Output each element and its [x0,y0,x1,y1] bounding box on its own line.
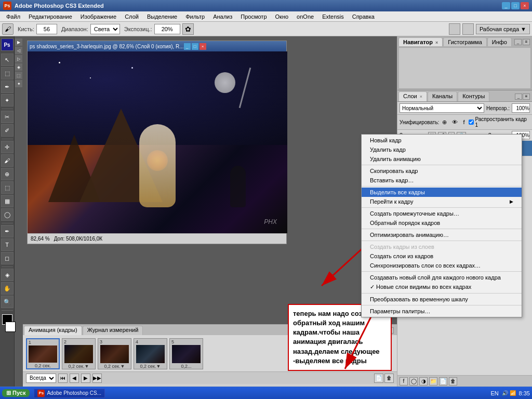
tool-brush[interactable]: 🖌 [1,154,14,167]
tool-heal[interactable]: ✛ [1,141,14,153]
unify-vis-icon[interactable]: 👁 [450,118,460,126]
menu-item-окно[interactable]: Окно [271,13,293,20]
ctx-item-2[interactable]: Удалить анимацию [362,154,522,164]
background-color[interactable] [5,322,16,332]
range-dropdown[interactable]: Света [90,24,120,34]
nav-panel-minimize[interactable]: _ [514,39,522,45]
tool-eraser[interactable]: ⬚ [1,181,14,194]
ctx-item-1[interactable]: Удалить кадр [362,145,522,154]
anim-frame-1[interactable]: 1 0,2 сек. [26,338,60,369]
start-button[interactable]: ⊞ Пуск [2,389,30,397]
anim-trash-btn[interactable]: 🗑 [384,374,394,383]
tool-eyedropper[interactable]: ✐ [1,124,14,137]
layers-panel-menu[interactable]: ≡ [523,94,530,100]
tab-channels[interactable]: Каналы [428,91,457,101]
doc-close[interactable]: × [200,43,206,50]
layers-panel-minimize[interactable]: _ [515,94,522,100]
icon-btn-1[interactable] [449,23,460,35]
menu-item-onone[interactable]: onOne [292,13,318,20]
tab-navigator-close[interactable]: × [435,40,438,45]
tab-layers-close[interactable]: × [420,94,422,99]
icon-btn-2[interactable] [462,23,474,35]
menu-item-файл[interactable]: Файл [2,13,24,20]
anim-frame-5[interactable]: 5 0,2... [169,338,203,369]
vert-icon-6[interactable]: ✦ [15,80,22,87]
anim-prev-btn[interactable]: ◀ [70,374,79,383]
taskbar-item-photoshop[interactable]: Ps Adobe Photoshop CS... [34,389,105,398]
anim-frame-3[interactable]: 3 0,2 сек.▼ [98,338,131,369]
unify-style-icon[interactable]: f [461,118,467,126]
tab-animation-frames[interactable]: Анимация (кадры) [24,326,82,335]
close-button[interactable]: × [521,2,529,9]
tool-pen[interactable]: ✒ [1,225,14,237]
menu-item-слой[interactable]: Слой [121,13,143,20]
ctx-item-17[interactable]: Синхронизировать слои со всех кадрах… [362,261,522,270]
menu-item-анализ[interactable]: Анализ [209,13,236,20]
add-group-btn[interactable]: 📁 [429,377,437,385]
ctx-item-19[interactable]: Создавать новый слой для каждого нового … [362,273,522,282]
ctx-item-4[interactable]: Скопировать кадр [362,166,522,176]
nav-panel-menu[interactable]: ≡ [523,39,530,45]
tab-histogram[interactable]: Гистограмма [443,37,487,46]
propagate-checkbox[interactable] [469,119,474,125]
tool-text[interactable]: T [1,238,14,251]
vert-icon-2[interactable]: ◁ [15,47,22,54]
tool-marquee[interactable]: ⬚ [1,67,14,79]
ctx-item-20[interactable]: ✓ Новые слои видимы во всех кадрах [362,282,522,292]
tab-info[interactable]: Инфо [487,37,512,46]
vert-icon-1[interactable]: ▶ [15,38,22,46]
tool-magic-wand[interactable]: ✦ [1,94,14,107]
loop-select[interactable]: Всегда [26,374,56,383]
tool-3d[interactable]: ◈ [1,269,14,281]
minimize-button[interactable]: _ [502,2,510,9]
vert-icon-3[interactable]: ▷ [15,55,22,62]
menu-item-изображение[interactable]: Изображение [76,13,121,20]
menu-item-extensis[interactable]: Extensis [318,13,348,20]
anim-frame-4[interactable]: 4 0,2 сек.▼ [134,338,167,369]
tool-shape[interactable]: ◻ [1,252,14,264]
exposure-input[interactable] [154,24,180,34]
tool-clone[interactable]: ⊕ [1,168,14,180]
ctx-item-10[interactable]: Создать промежуточные кадры… [362,209,522,218]
tab-layers[interactable]: Слои × [398,91,427,101]
workspace-button[interactable]: Рабочая среда ▼ [476,24,530,34]
vert-icon-5[interactable]: ⬚ [15,72,22,79]
tool-zoom[interactable]: 🔍 [1,296,14,308]
doc-minimize[interactable]: _ [184,43,191,50]
tab-measurement-log[interactable]: Журнал измерений [83,326,143,335]
tab-navigator[interactable]: Навигатор × [398,37,443,46]
tool-select[interactable]: ↖ [1,54,14,66]
menu-item-просмотр[interactable]: Просмотр [236,13,271,20]
ctx-item-16[interactable]: Создать слои из кадров [362,251,522,261]
tool-gradient[interactable]: ▦ [1,195,14,207]
anim-play-btn[interactable]: ▶ [81,374,90,383]
ctx-item-11[interactable]: Обратный порядок кадров [362,218,522,228]
tool-icon[interactable]: 🖌 [2,23,14,35]
tool-dodge[interactable]: ◯ [1,208,14,221]
menu-item-редактирование[interactable]: Редактирование [24,13,76,20]
maximize-button[interactable]: □ [511,2,520,9]
ctx-item-5[interactable]: Вставить кадр… [362,176,522,185]
menu-item-справка[interactable]: Справка [348,13,379,20]
tool-hand[interactable]: ✋ [1,282,14,295]
vert-icon-4[interactable]: ◈ [15,63,22,71]
ctx-item-7[interactable]: Выделить все кадры [362,188,522,197]
doc-maximize[interactable]: □ [192,43,198,50]
add-mask-btn[interactable]: ◯ [409,377,418,385]
airbrush-toggle[interactable]: ✿ [182,23,194,35]
ctx-item-22[interactable]: Преобразовать во временную шкалу [362,295,522,304]
ctx-item-13[interactable]: Оптимизировать анимацию… [362,230,522,240]
tool-crop[interactable]: ✂ [1,111,14,123]
add-style-btn[interactable]: f [400,377,408,385]
blend-mode-select[interactable]: Нормальный [400,103,484,113]
brush-size-input[interactable] [36,24,57,34]
delete-layer-btn[interactable]: 🗑 [449,377,457,385]
anim-new-frame-btn[interactable]: 📄 [374,374,383,383]
anim-next-btn[interactable]: ▶▶ [92,374,102,383]
menu-item-выделение[interactable]: Выделение [143,13,181,20]
tab-paths[interactable]: Контуры [458,91,489,101]
add-layer-btn[interactable]: 📄 [439,377,447,385]
tool-lasso[interactable]: ✒ [1,81,14,93]
ctx-item-8[interactable]: Перейти к кадру▶ [362,197,522,206]
unify-pos-icon[interactable]: ⊕ [440,118,449,127]
